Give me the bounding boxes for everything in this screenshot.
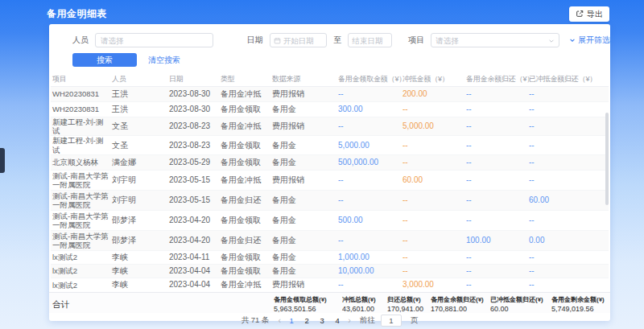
chevron-down-icon: [569, 36, 576, 45]
person-filter-label: 人员: [72, 35, 89, 46]
cell-date: 2023-08-30: [169, 86, 221, 101]
col-header-date: 日期: [169, 73, 221, 86]
col-header-type: 类型: [221, 73, 272, 86]
person-filter-input[interactable]: [95, 33, 213, 47]
export-button[interactable]: 导出: [569, 6, 609, 22]
cell-offset-return: --: [529, 101, 609, 117]
cell-received-amount-link[interactable]: 5,000.00: [338, 136, 402, 155]
page-number-4[interactable]: 4: [332, 316, 342, 325]
cell-offset: --: [402, 101, 466, 117]
end-date-picker[interactable]: [348, 33, 392, 47]
cell-source: 备用金: [272, 231, 338, 251]
cell-date: 2023-05-29: [169, 155, 221, 171]
page-number-1[interactable]: 1: [287, 316, 296, 325]
project-select[interactable]: [431, 33, 559, 47]
page-number-2[interactable]: 2: [302, 316, 312, 325]
cell-type: 备用金领取: [221, 211, 272, 231]
cell-received-amount-link[interactable]: 10,000.00: [338, 265, 402, 278]
goto-page-prefix: 前往: [360, 315, 375, 326]
cell-person: 文圣: [112, 136, 169, 155]
summary-stat-value: 5,963,501.56: [274, 305, 327, 313]
page-number-3[interactable]: 3: [317, 316, 327, 325]
cell-project: WH20230831: [51, 101, 112, 117]
cell-person: 王洪: [112, 101, 169, 117]
cell-offset-return: --: [529, 211, 609, 231]
summary-stat-value: 5,749,019.56: [551, 305, 605, 313]
cell-person: 刘宇明: [112, 171, 169, 191]
cell-date: 2023-05-15: [169, 171, 221, 191]
summary-stat-label: 备用金剩余金额(¥): [551, 295, 605, 304]
cell-source: 备用金: [272, 136, 338, 155]
vertical-scrollbar-thumb[interactable]: [605, 113, 609, 205]
table-row: WH20230831 王洪 2023-08-30 备用金领取 备用金 300.0…: [51, 101, 609, 117]
cell-type: 备用金冲抵: [221, 86, 272, 101]
cell-source: 备用金: [272, 211, 338, 231]
table-row: lx测试2 李峡 2023-04-04 备用金冲抵 费用报销 -- 3,000.…: [51, 278, 609, 292]
cell-balance-return-amount-link[interactable]: 100.00: [466, 231, 529, 251]
cell-received-amount-link[interactable]: 500.00: [338, 211, 402, 231]
collapsed-sidebar-handle[interactable]: [0, 148, 5, 173]
cell-received-amount-link[interactable]: 500,000.00: [338, 155, 402, 171]
cell-project: 新建工程-刘-测试: [51, 136, 112, 155]
cell-received-amount-link[interactable]: 300.00: [338, 101, 402, 117]
cell-offset-amount-link[interactable]: 200.00: [402, 86, 466, 101]
summary-balance-return-total: 备用金余额归还(¥) 170,881.00: [431, 295, 484, 313]
col-header-source: 数据来源: [272, 73, 338, 86]
cell-balance-return: --: [466, 278, 529, 292]
cell-offset: --: [402, 251, 466, 265]
project-select-input[interactable]: [436, 36, 548, 45]
cell-project: 测试-南昌大学第一附属医院: [51, 191, 112, 211]
page-title: 备用金明细表: [47, 7, 107, 21]
cell-date: 2023-04-04: [169, 265, 221, 278]
summary-row: 合计 备用金领取总额(¥) 5,963,501.56 冲抵总额(¥) 43,60…: [49, 292, 610, 313]
summary-stat-value: 170,941.00: [387, 305, 423, 313]
cell-person: 邵梦泽: [112, 211, 169, 231]
cell-type: 备用金领取: [221, 136, 272, 155]
cell-offset-return-amount-link[interactable]: 0.00: [529, 231, 609, 251]
start-date-picker[interactable]: [270, 33, 328, 47]
cell-project: 测试-南昌大学第一附属医院: [51, 171, 112, 191]
cell-project: 新建工程-刘-测试: [51, 117, 112, 136]
goto-page-input[interactable]: [381, 315, 402, 327]
cell-balance-return: --: [466, 211, 529, 231]
goto-page-suffix: 页: [411, 315, 419, 326]
cell-offset-amount-link[interactable]: 3,000.00: [402, 278, 466, 292]
table-row: lx测试2 李峡 2023-04-04 备用金领取 备用金 10,000.00 …: [51, 265, 609, 278]
table-row: 北京顺义杨林 满金娜 2023-05-29 备用金领取 备用金 500,000.…: [51, 155, 609, 171]
next-page-button[interactable]: ›: [348, 316, 351, 325]
cell-source: 费用报销: [272, 278, 338, 292]
cell-date: 2023-04-11: [169, 251, 221, 265]
cell-person: 李峡: [112, 251, 169, 265]
cell-offset-return: --: [529, 155, 609, 171]
cell-balance-return: --: [466, 86, 529, 101]
cell-date: 2023-08-23: [169, 117, 221, 136]
cell-received: --: [338, 191, 402, 211]
cell-offset-amount-link[interactable]: 60.00: [402, 171, 466, 191]
summary-stat-value: 170,881.00: [431, 305, 484, 313]
cell-source: 备用金: [272, 191, 338, 211]
col-header-person: 人员: [112, 73, 169, 86]
cell-received: --: [338, 117, 402, 136]
clear-search-link[interactable]: 清空搜索: [148, 55, 180, 66]
start-date-input[interactable]: [283, 36, 324, 45]
cell-source: 费用报销: [272, 86, 338, 101]
cell-balance-return: --: [466, 251, 529, 265]
cell-received-amount-link[interactable]: 1,000.00: [338, 251, 402, 265]
table-row: WH20230831 王洪 2023-08-30 备用金冲抵 费用报销 -- 2…: [51, 86, 609, 101]
cell-date: 2023-08-30: [169, 101, 221, 117]
action-bar: 搜索 清空搜索: [72, 53, 610, 67]
expand-filters-link[interactable]: 展开筛选: [569, 35, 610, 46]
prev-page-button[interactable]: ‹: [279, 316, 282, 325]
summary-stat-label: 备用金余额归还(¥): [431, 295, 484, 304]
summary-stat-value: 60.00: [490, 305, 543, 313]
cell-offset-return-amount-link[interactable]: 60.00: [529, 191, 609, 211]
cell-offset-return: --: [529, 278, 609, 292]
cell-received: --: [338, 231, 402, 251]
col-header-balance-return: 备用金余额归还（¥）: [466, 73, 529, 86]
cell-offset-amount-link[interactable]: 5,000.00: [402, 117, 466, 136]
end-date-input[interactable]: [352, 36, 388, 45]
chevron-down-icon: [548, 33, 555, 47]
expand-filters-label: 展开筛选: [578, 35, 610, 46]
table-header-row: 项目 人员 日期 类型 数据来源 备用金领取金额（¥） 冲抵金额（¥） 备用金余…: [51, 73, 609, 86]
search-button[interactable]: 搜索: [72, 53, 137, 67]
